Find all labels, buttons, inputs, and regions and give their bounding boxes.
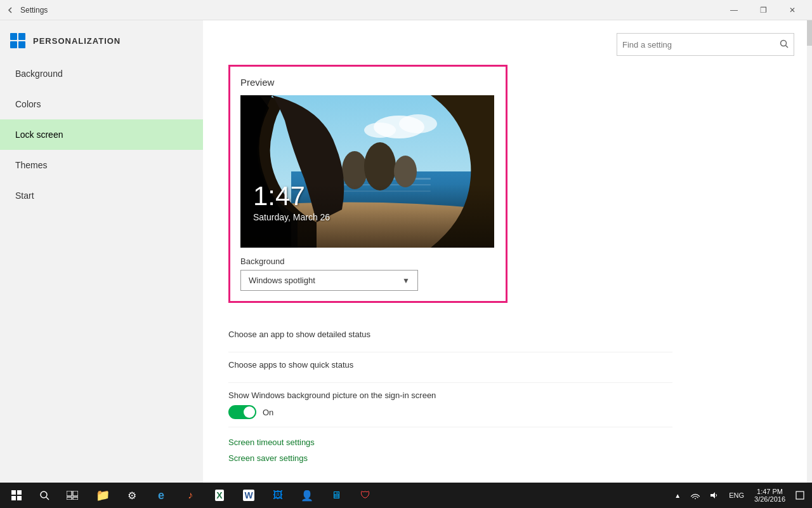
edge-icon[interactable]: e: [147, 483, 175, 508]
sidebar: PERSONALIZATION Background Colors Lock s…: [0, 20, 203, 483]
sidebar-item-colors[interactable]: Colors: [0, 89, 203, 119]
toggle-row: On: [228, 405, 672, 419]
main-content: PERSONALIZATION Background Colors Lock s…: [0, 20, 812, 483]
svg-rect-1: [18, 33, 25, 40]
svg-point-4: [781, 40, 787, 46]
back-button[interactable]: [5, 5, 15, 15]
scrollbar-thumb[interactable]: [807, 20, 812, 46]
background-value: Windows spotlight: [249, 276, 315, 285]
minimize-button[interactable]: —: [719, 0, 749, 20]
svg-point-14: [342, 151, 367, 189]
preview-image: 1:47 Saturday, March 26: [240, 95, 494, 248]
app-header: PERSONALIZATION: [0, 20, 203, 58]
sidebar-item-start[interactable]: Start: [0, 180, 203, 211]
close-button[interactable]: ✕: [778, 0, 807, 20]
scrollbar-track[interactable]: [807, 20, 812, 483]
photos-icon[interactable]: 🖼: [264, 483, 292, 508]
svg-point-16: [394, 156, 417, 187]
svg-rect-24: [67, 491, 72, 496]
svg-rect-0: [10, 33, 17, 40]
search-icon: [780, 39, 789, 50]
search-bar: [617, 33, 794, 56]
notification-button[interactable]: [790, 483, 809, 508]
clock-area[interactable]: 1:47 PM 3/26/2016: [749, 483, 790, 508]
screen-timeout-link[interactable]: Screen timeout settings: [228, 438, 672, 447]
settings-taskbar-icon[interactable]: ⚙: [118, 483, 146, 508]
language-indicator[interactable]: ENG: [724, 483, 749, 508]
monitor-icon[interactable]: 🖥: [322, 483, 350, 508]
title-bar: Settings — ❐ ✕: [0, 0, 812, 20]
music-icon[interactable]: ♪: [176, 483, 204, 508]
svg-rect-25: [73, 491, 78, 496]
svg-point-15: [364, 142, 396, 190]
preview-label: Preview: [240, 77, 495, 88]
svg-point-28: [695, 498, 696, 500]
app-title: PERSONALIZATION: [33, 36, 121, 46]
quick-status-label: Choose apps to show quick status: [228, 360, 672, 370]
svg-rect-20: [11, 496, 16, 500]
time-display: 1:47: [253, 183, 330, 210]
network-icon[interactable]: [686, 483, 705, 508]
preview-card: Preview: [228, 65, 508, 303]
svg-rect-27: [73, 497, 78, 500]
svg-line-23: [46, 497, 49, 500]
signin-picture-setting: Show Windows background picture on the s…: [228, 383, 672, 427]
toggle-state-label: On: [263, 408, 273, 417]
clock-time: 1:47 PM: [757, 488, 783, 495]
screen-saver-link[interactable]: Screen saver settings: [228, 453, 672, 463]
tray-icons[interactable]: ▲: [669, 483, 686, 508]
sidebar-item-background[interactable]: Background: [0, 58, 203, 89]
svg-rect-30: [796, 491, 804, 499]
start-button[interactable]: [3, 483, 30, 508]
time-overlay: 1:47 Saturday, March 26: [253, 183, 330, 222]
detailed-status-label: Choose an app to show detailed status: [228, 330, 672, 339]
svg-rect-18: [11, 490, 16, 495]
search-input[interactable]: [622, 40, 780, 50]
svg-rect-26: [67, 497, 72, 500]
svg-rect-3: [18, 41, 25, 48]
detailed-status-setting: Choose an app to show detailed status: [228, 322, 672, 352]
signin-label: Show Windows background picture on the s…: [228, 391, 672, 400]
svg-rect-2: [10, 41, 17, 48]
signin-toggle[interactable]: [228, 405, 256, 419]
task-view-button[interactable]: [58, 483, 86, 508]
background-label: Background: [240, 257, 495, 266]
taskbar-apps: 📁 ⚙ e ♪ X W 🖼 👤 🖥 🛡: [86, 483, 669, 508]
restore-button[interactable]: ❐: [749, 0, 778, 20]
background-dropdown[interactable]: Windows spotlight ▼: [240, 270, 418, 291]
svg-marker-29: [710, 492, 715, 498]
clock-date: 3/26/2016: [754, 495, 785, 503]
cortana-button[interactable]: [30, 483, 58, 508]
sidebar-item-themes[interactable]: Themes: [0, 150, 203, 180]
shield-icon[interactable]: 🛡: [351, 483, 379, 508]
system-tray: ▲ ENG 1:47 PM 3/26/2016: [669, 483, 809, 508]
svg-point-9: [364, 123, 396, 138]
svg-rect-21: [17, 496, 22, 500]
taskbar: 📁 ⚙ e ♪ X W 🖼 👤 🖥 🛡 ▲: [0, 483, 812, 508]
app-icon: [10, 33, 25, 48]
volume-icon[interactable]: [705, 483, 724, 508]
svg-rect-19: [17, 490, 22, 495]
svg-point-8: [399, 114, 437, 133]
svg-line-5: [786, 45, 789, 48]
window-title: Settings: [20, 6, 48, 15]
chevron-down-icon: ▼: [402, 276, 410, 285]
person-icon[interactable]: 👤: [293, 483, 321, 508]
svg-point-22: [41, 491, 47, 498]
date-display: Saturday, March 26: [253, 212, 330, 222]
excel-icon[interactable]: X: [206, 483, 233, 508]
quick-status-setting: Choose apps to show quick status: [228, 352, 672, 383]
content-area: Preview: [203, 20, 807, 483]
word-icon[interactable]: W: [235, 483, 263, 508]
sidebar-item-lock-screen[interactable]: Lock screen: [0, 119, 203, 150]
file-explorer-icon[interactable]: 📁: [89, 483, 117, 508]
toggle-thumb: [244, 406, 255, 418]
sidebar-nav: Background Colors Lock screen Themes Sta…: [0, 58, 203, 211]
settings-section: Choose an app to show detailed status Ch…: [228, 322, 672, 463]
